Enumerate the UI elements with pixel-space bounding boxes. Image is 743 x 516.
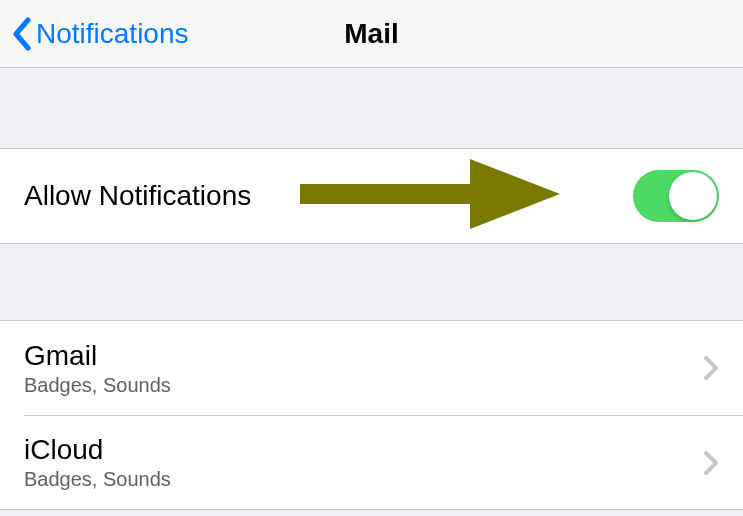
chevron-right-icon <box>703 450 719 476</box>
allow-notifications-group: Allow Notifications <box>0 148 743 244</box>
account-name: iCloud <box>24 434 703 466</box>
account-row-icloud[interactable]: iCloud Badges, Sounds <box>24 415 743 509</box>
svg-rect-0 <box>300 184 480 204</box>
account-name: Gmail <box>24 340 703 372</box>
page-title: Mail <box>344 18 398 50</box>
account-text: Gmail Badges, Sounds <box>24 340 703 397</box>
annotation-arrow-icon <box>300 159 560 233</box>
allow-notifications-cell: Allow Notifications <box>0 149 743 243</box>
back-button[interactable]: Notifications <box>0 17 189 51</box>
allow-notifications-label: Allow Notifications <box>24 180 251 212</box>
chevron-left-icon <box>12 17 32 51</box>
section-spacer <box>0 68 743 148</box>
navbar: Notifications Mail <box>0 0 743 68</box>
allow-notifications-toggle[interactable] <box>633 170 719 222</box>
account-detail: Badges, Sounds <box>24 468 703 491</box>
back-label: Notifications <box>36 18 189 50</box>
section-spacer <box>0 244 743 320</box>
svg-marker-1 <box>470 159 560 229</box>
account-text: iCloud Badges, Sounds <box>24 434 703 491</box>
accounts-group: Gmail Badges, Sounds iCloud Badges, Soun… <box>0 320 743 510</box>
toggle-knob <box>669 172 717 220</box>
account-row-gmail[interactable]: Gmail Badges, Sounds <box>0 321 743 415</box>
account-detail: Badges, Sounds <box>24 374 703 397</box>
chevron-right-icon <box>703 355 719 381</box>
